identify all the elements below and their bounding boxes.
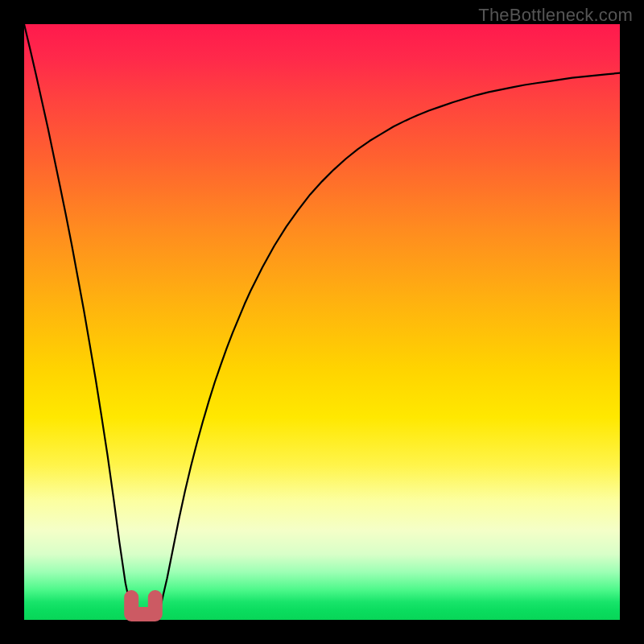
marker-u-shape <box>131 597 155 614</box>
curve-path <box>24 24 620 620</box>
watermark-text: TheBottleneck.com <box>478 5 633 26</box>
bottleneck-curve <box>24 24 620 620</box>
plot-area <box>24 24 620 620</box>
chart-frame: TheBottleneck.com <box>0 0 644 644</box>
